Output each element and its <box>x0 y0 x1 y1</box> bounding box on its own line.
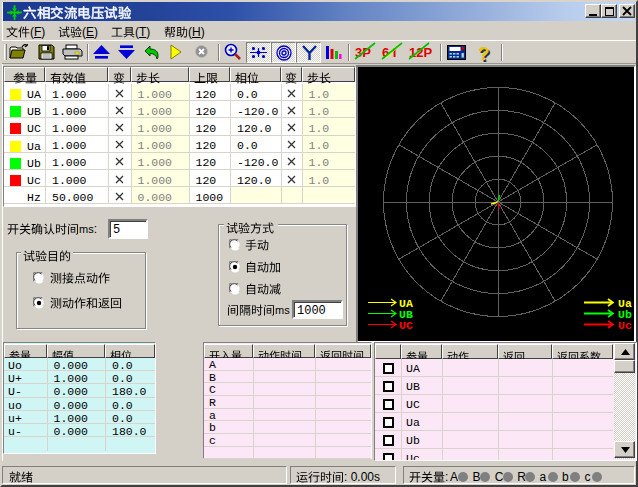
svg-text:Uc: Uc <box>618 319 632 332</box>
svg-text:UC: UC <box>399 319 413 332</box>
